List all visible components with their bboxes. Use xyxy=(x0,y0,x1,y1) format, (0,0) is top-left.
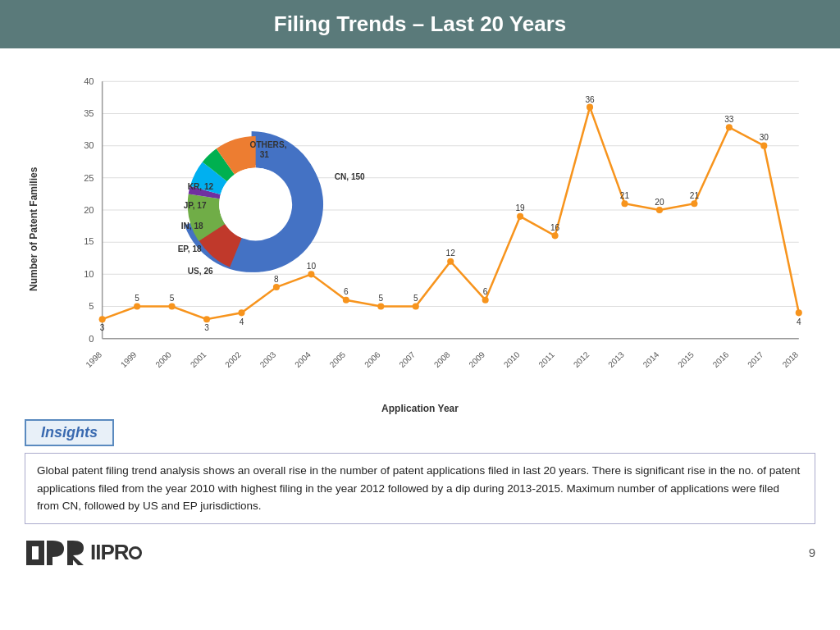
svg-text:2005: 2005 xyxy=(328,349,348,369)
insights-section: Insights Global patent filing trend anal… xyxy=(25,419,815,524)
svg-text:CN, 150: CN, 150 xyxy=(335,172,365,181)
svg-text:2011: 2011 xyxy=(536,349,556,369)
svg-point-61 xyxy=(796,309,802,316)
svg-text:2003: 2003 xyxy=(258,349,278,369)
svg-text:25: 25 xyxy=(84,173,94,183)
svg-text:0: 0 xyxy=(89,334,94,344)
svg-text:6: 6 xyxy=(483,287,488,296)
svg-text:2018: 2018 xyxy=(781,349,801,369)
svg-point-58 xyxy=(691,200,697,207)
iipro-logo-svg xyxy=(25,537,90,568)
svg-text:2008: 2008 xyxy=(432,349,452,369)
footer: IIPR 9 xyxy=(0,531,840,568)
svg-text:30: 30 xyxy=(84,140,94,150)
svg-text:2002: 2002 xyxy=(223,349,243,369)
donut-chart xyxy=(188,136,323,272)
svg-text:OTHERS,: OTHERS, xyxy=(250,140,287,149)
main-content: Number of Patent Families xyxy=(0,48,840,531)
svg-rect-95 xyxy=(39,541,44,565)
svg-point-49 xyxy=(377,303,384,309)
svg-text:8: 8 xyxy=(274,275,279,284)
svg-text:2001: 2001 xyxy=(189,349,208,369)
svg-text:5: 5 xyxy=(170,294,175,303)
svg-text:20: 20 xyxy=(84,205,94,215)
svg-text:30: 30 xyxy=(760,133,769,142)
insights-title: Insights xyxy=(25,419,114,446)
svg-point-51 xyxy=(447,258,454,265)
svg-point-57 xyxy=(656,207,663,213)
svg-text:IN, 18: IN, 18 xyxy=(181,221,203,231)
svg-text:21: 21 xyxy=(690,191,700,200)
svg-text:10: 10 xyxy=(84,269,94,279)
svg-point-45 xyxy=(238,309,244,316)
svg-point-60 xyxy=(760,143,767,149)
svg-point-50 xyxy=(413,303,419,309)
y-axis-label: Number of Patent Families xyxy=(25,57,43,401)
x-axis-label: Application Year xyxy=(25,403,815,414)
svg-text:5: 5 xyxy=(378,294,383,303)
svg-text:16: 16 xyxy=(550,223,560,232)
svg-text:1998: 1998 xyxy=(84,349,103,369)
svg-text:33: 33 xyxy=(724,115,734,124)
chart-inner: 40 35 30 25 20 15 10 5 0 1998 1999 2000 xyxy=(44,57,815,401)
svg-point-52 xyxy=(482,297,489,304)
svg-text:2017: 2017 xyxy=(746,349,765,369)
svg-text:21: 21 xyxy=(620,191,630,200)
svg-point-48 xyxy=(343,297,349,304)
svg-text:35: 35 xyxy=(84,108,94,118)
svg-text:US, 26: US, 26 xyxy=(188,267,213,276)
svg-text:1999: 1999 xyxy=(119,349,139,369)
svg-text:2004: 2004 xyxy=(293,349,313,369)
svg-text:3: 3 xyxy=(204,323,209,332)
svg-text:12: 12 xyxy=(446,249,456,258)
svg-text:5: 5 xyxy=(89,301,94,311)
svg-text:2009: 2009 xyxy=(467,349,486,369)
svg-point-59 xyxy=(726,124,733,130)
svg-text:15: 15 xyxy=(84,236,94,246)
svg-text:5: 5 xyxy=(135,294,139,303)
insights-text: Global patent filing trend analysis show… xyxy=(25,453,815,524)
svg-text:JP, 17: JP, 17 xyxy=(184,201,207,210)
svg-text:4: 4 xyxy=(797,317,801,326)
chart-area: Number of Patent Families xyxy=(25,57,815,401)
svg-text:2010: 2010 xyxy=(502,349,522,369)
svg-text:3: 3 xyxy=(100,323,105,332)
svg-point-41 xyxy=(99,316,106,322)
svg-text:2015: 2015 xyxy=(676,349,696,369)
svg-text:19: 19 xyxy=(516,203,526,212)
svg-text:4: 4 xyxy=(240,317,244,326)
svg-point-44 xyxy=(203,316,210,322)
svg-text:2000: 2000 xyxy=(153,349,173,369)
svg-point-47 xyxy=(308,271,314,277)
svg-text:5: 5 xyxy=(413,294,418,303)
svg-text:2013: 2013 xyxy=(606,349,626,369)
svg-text:36: 36 xyxy=(585,95,595,104)
svg-text:31: 31 xyxy=(260,150,270,159)
svg-point-83 xyxy=(219,167,292,240)
svg-point-42 xyxy=(134,303,140,309)
svg-text:2012: 2012 xyxy=(572,349,591,369)
svg-text:6: 6 xyxy=(344,287,349,296)
svg-point-53 xyxy=(517,213,523,220)
svg-point-54 xyxy=(552,232,559,239)
svg-text:EP, 18: EP, 18 xyxy=(178,244,202,253)
svg-text:20: 20 xyxy=(655,198,664,207)
page-title: Filing Trends – Last 20 Years xyxy=(0,0,840,48)
svg-text:10: 10 xyxy=(307,262,317,271)
svg-text:KR, 12: KR, 12 xyxy=(188,182,214,191)
svg-text:40: 40 xyxy=(84,76,94,86)
svg-point-55 xyxy=(587,104,593,111)
svg-point-56 xyxy=(621,200,628,207)
svg-rect-96 xyxy=(47,541,52,565)
logo-text: IIPR xyxy=(90,540,142,565)
svg-point-43 xyxy=(169,303,176,309)
svg-text:2014: 2014 xyxy=(641,349,661,369)
line-chart-svg: 40 35 30 25 20 15 10 5 0 1998 1999 2000 xyxy=(52,57,815,380)
svg-text:2016: 2016 xyxy=(711,349,731,369)
svg-point-46 xyxy=(273,284,280,290)
logo: IIPR xyxy=(25,537,142,568)
svg-text:2007: 2007 xyxy=(398,349,418,369)
page-number: 9 xyxy=(809,546,815,559)
svg-text:2006: 2006 xyxy=(363,349,382,369)
